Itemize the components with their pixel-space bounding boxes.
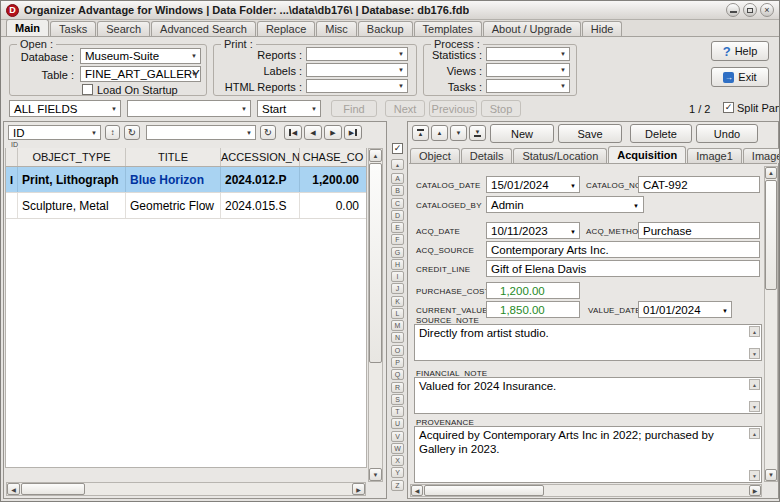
letter-button[interactable]: A xyxy=(391,173,404,184)
letter-button[interactable]: N xyxy=(391,332,404,343)
provenance-textarea[interactable]: Acquired by Contemporary Arts Inc in 202… xyxy=(414,426,762,483)
help-button[interactable]: ?Help xyxy=(711,41,769,61)
tasks-combo[interactable]: ▼ xyxy=(486,79,570,93)
acq-date-field[interactable]: 10/11/2023▼ xyxy=(486,222,580,239)
tab-image1[interactable]: Image1 xyxy=(687,148,742,163)
letter-button[interactable]: I xyxy=(391,271,404,282)
financial-note-textarea[interactable]: Valued for 2024 Insurance. ▲ ▼ xyxy=(414,377,762,414)
tab-about-upgrade[interactable]: About / Upgrade xyxy=(483,21,581,36)
letter-button[interactable]: P xyxy=(391,357,404,368)
tab-backup[interactable]: Backup xyxy=(358,21,413,36)
scroll-down-button[interactable]: ▼ xyxy=(765,469,777,481)
last-record-button[interactable]: ▼ xyxy=(469,125,486,141)
html-reports-combo[interactable]: ▼ xyxy=(306,79,408,93)
tab-details[interactable]: Details xyxy=(461,148,513,163)
delete-button[interactable]: Delete xyxy=(630,124,692,143)
acq-source-field[interactable]: Contemporary Arts Inc. xyxy=(486,241,760,258)
labels-combo[interactable]: ▼ xyxy=(306,63,408,77)
scroll-right-button[interactable]: ▶ xyxy=(749,485,761,496)
form-horizontal-scrollbar[interactable]: ◀ ▶ xyxy=(410,484,762,497)
tab-advanced-search[interactable]: Advanced Search xyxy=(151,21,256,36)
previous-button[interactable]: Previous xyxy=(429,100,477,117)
scroll-up-button[interactable]: ▲ xyxy=(369,149,382,162)
minimize-button[interactable] xyxy=(726,3,740,17)
filter-checkbox[interactable]: ✓ xyxy=(392,143,403,154)
search-mode-combo[interactable]: Start▼ xyxy=(257,100,321,117)
reports-combo[interactable]: ▼ xyxy=(306,47,408,61)
lookup-combo[interactable]: ▼ xyxy=(146,125,256,140)
previous-record-button[interactable]: ▲ xyxy=(431,125,448,141)
tab-tasks[interactable]: Tasks xyxy=(50,21,96,36)
split-panels-checkbox[interactable]: ✓ xyxy=(723,102,734,113)
object-type-column-header[interactable]: OBJECT_TYPE xyxy=(18,148,126,166)
letter-button[interactable]: T xyxy=(391,406,404,417)
letter-button[interactable]: Z xyxy=(391,480,404,491)
scroll-up-button[interactable]: ▲ xyxy=(765,167,777,179)
next-record-button[interactable]: ▶ xyxy=(324,125,342,140)
letter-button[interactable]: R xyxy=(391,382,404,393)
table-row[interactable]: IPrint, LithographBlue Horizon2024.012.P… xyxy=(6,167,366,193)
letter-button[interactable]: W xyxy=(391,443,404,454)
catalog-no-field[interactable]: CAT-992 xyxy=(638,176,760,193)
note-scroll-down-button[interactable]: ▼ xyxy=(749,470,760,481)
letter-button[interactable]: X xyxy=(391,455,404,466)
table-vertical-scrollbar[interactable]: ▲ ▼ xyxy=(368,148,383,482)
letter-button[interactable]: D xyxy=(391,210,404,221)
acq-method-field[interactable]: Purchase xyxy=(638,222,760,239)
tab-hide[interactable]: Hide xyxy=(582,21,623,36)
undo-button[interactable]: Undo xyxy=(696,124,758,143)
note-scroll-down-button[interactable]: ▼ xyxy=(749,401,760,412)
note-scroll-down-button[interactable]: ▼ xyxy=(749,348,760,359)
sort-direction-button[interactable]: ↕ xyxy=(105,125,120,140)
letter-button[interactable]: M xyxy=(391,320,404,331)
database-combo[interactable]: Museum-Suite▼ xyxy=(80,48,201,64)
new-button[interactable]: New xyxy=(490,124,554,143)
note-scroll-up-button[interactable]: ▲ xyxy=(749,326,760,337)
letter-button[interactable]: G xyxy=(391,247,404,258)
letter-button[interactable]: L xyxy=(391,308,404,319)
letter-button[interactable]: F xyxy=(391,234,404,245)
next-button[interactable]: Next xyxy=(385,100,425,117)
tab-object[interactable]: Object xyxy=(410,148,460,163)
letter-button[interactable]: E xyxy=(391,222,404,233)
letter-button[interactable]: Q xyxy=(391,369,404,380)
lookup-refresh-button[interactable]: ↻ xyxy=(260,125,276,140)
stop-button[interactable]: Stop xyxy=(481,100,521,117)
last-record-button[interactable]: ▶ xyxy=(344,125,362,140)
statistics-combo[interactable]: ▼ xyxy=(486,47,570,61)
exit-button[interactable]: →Exit xyxy=(711,67,769,87)
scroll-left-button[interactable]: ◀ xyxy=(7,483,20,495)
search-query-combo[interactable]: ▼ xyxy=(127,100,251,117)
close-button[interactable]: × xyxy=(760,3,774,17)
form-vertical-scrollbar[interactable]: ▲ ▼ xyxy=(764,166,778,482)
tab-status-location[interactable]: Status/Location xyxy=(513,148,607,163)
find-button[interactable]: Find xyxy=(331,100,377,117)
purchase-cost-field[interactable]: 1,200.00 xyxy=(486,282,580,299)
scroll-thumb[interactable] xyxy=(21,483,85,495)
source-note-textarea[interactable]: Directly from artist studio. ▲ ▼ xyxy=(414,324,762,361)
letter-button[interactable]: K xyxy=(391,296,404,307)
letter-button[interactable]: B xyxy=(391,185,404,196)
accession-no-column-header[interactable]: ACCESSION_NO xyxy=(221,148,300,166)
scroll-thumb[interactable] xyxy=(765,180,777,290)
catalog-date-field[interactable]: 15/01/2024▼ xyxy=(486,176,580,193)
previous-record-button[interactable]: ◀ xyxy=(304,125,322,140)
alphabet-scroll-up-button[interactable]: ▲ xyxy=(391,159,404,170)
marker-column-header[interactable] xyxy=(6,148,18,166)
views-combo[interactable]: ▼ xyxy=(486,63,570,77)
cataloged-by-combo[interactable]: Admin▼ xyxy=(486,196,644,213)
scroll-left-button[interactable]: ◀ xyxy=(411,485,423,496)
letter-button[interactable]: C xyxy=(391,198,404,209)
tab-replace[interactable]: Replace xyxy=(257,21,315,36)
credit-line-field[interactable]: Gift of Elena Davis xyxy=(486,260,760,277)
scroll-down-button[interactable]: ▼ xyxy=(369,468,382,481)
note-scroll-up-button[interactable]: ▲ xyxy=(749,379,760,390)
first-record-button[interactable]: ◀ xyxy=(284,125,302,140)
scroll-right-button[interactable]: ▶ xyxy=(352,483,365,495)
search-scope-combo[interactable]: ALL FIELDS▼ xyxy=(9,100,121,117)
first-record-button[interactable]: ▲ xyxy=(412,125,429,141)
scroll-thumb[interactable] xyxy=(369,163,382,363)
next-record-button[interactable]: ▼ xyxy=(450,125,467,141)
table-combo[interactable]: FINE_ART_GALLERY▼ xyxy=(80,66,201,82)
scroll-thumb[interactable] xyxy=(424,485,544,496)
